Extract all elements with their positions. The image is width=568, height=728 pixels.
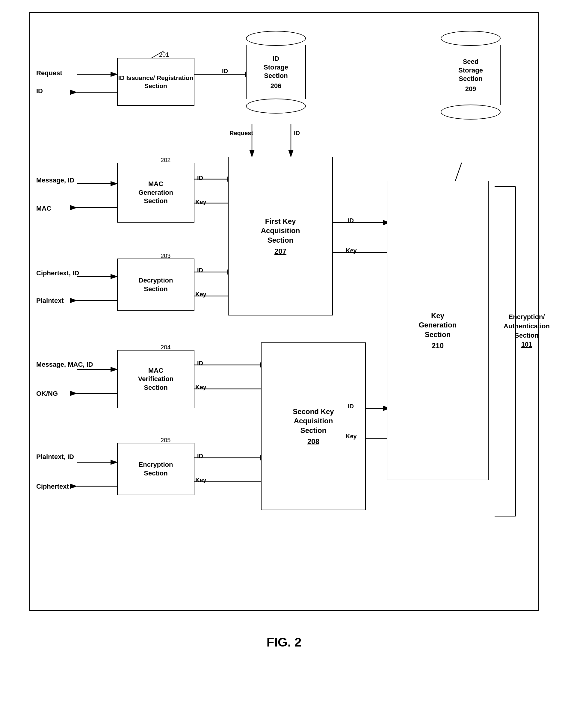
box-id-issuance-label: ID Issuance/ Registration Section	[118, 74, 194, 90]
ref-210: 210	[432, 342, 444, 350]
cylinder-id-storage-ref: 206	[271, 82, 282, 90]
ref-202: 202	[161, 157, 170, 164]
box-second-key: Second KeyAcquisitionSection 208	[261, 342, 366, 510]
label-plaintext-id: Plaintext, ID	[36, 453, 74, 461]
box-key-gen-label: KeyGenerationSection	[419, 311, 457, 339]
arrow-label-request-down: Request	[229, 130, 253, 137]
ref-101: 101	[521, 341, 532, 348]
box-first-key: First KeyAcquisitionSection 207	[228, 157, 333, 315]
ref-208: 208	[307, 437, 319, 446]
label-ok-ng: OK/NG	[36, 390, 58, 398]
arrow-label-id-down: ID	[294, 130, 300, 137]
arrow-label-id-mac-verif: ID	[197, 360, 203, 367]
cylinder-id-storage: IDStorageSection 206	[246, 31, 306, 114]
arrow-label-id-second-to-keygen: ID	[348, 403, 354, 410]
label-ciphertext-id: Ciphertext, ID	[36, 269, 79, 278]
box-id-issuance: ID Issuance/ Registration Section	[117, 58, 194, 106]
ref-201: 201	[159, 51, 169, 58]
cylinder-id-storage-label: IDStorageSection	[264, 55, 288, 80]
box-mac-verification: MACVerificationSection	[117, 350, 194, 408]
box-first-key-label: First KeyAcquisitionSection	[261, 217, 300, 245]
cylinder-seed-storage-ref: 209	[465, 85, 476, 93]
box-mac-generation: MACGenerationSection	[117, 163, 194, 223]
diagram-container: Request ID Message, ID MAC Ciphertext, I…	[29, 12, 539, 611]
box-decryption-label: DecryptionSection	[139, 276, 173, 293]
arrow-label-id-encrypt: ID	[197, 453, 203, 460]
arrow-label-key-mac-verif: Key	[195, 384, 206, 391]
label-request: Request	[36, 69, 62, 77]
ref-207: 207	[274, 247, 286, 256]
arrow-label-key-encrypt: Key	[195, 477, 206, 484]
fig-caption: FIG. 2	[267, 635, 302, 650]
label-id-out: ID	[36, 87, 43, 95]
cylinder-seed-storage-label: SeedStorageSection	[458, 58, 483, 83]
box-decryption: DecryptionSection	[117, 259, 194, 311]
label-mac: MAC	[36, 205, 51, 212]
ref-203: 203	[161, 253, 170, 259]
label-plaintext-out: Plaintext	[36, 297, 64, 305]
box-mac-verif-label: MACVerificationSection	[138, 366, 174, 392]
box-encryption: EncryptionSection	[117, 443, 194, 495]
arrow-label-key-keygen-to-second: Key	[346, 433, 357, 440]
cylinder-seed-storage: SeedStorageSection 209	[441, 31, 501, 120]
arrow-label-id-mac-gen: ID	[197, 175, 203, 182]
label-encryption-auth-section: Encryption/AuthenticationSection 101	[504, 312, 550, 349]
ref-205: 205	[161, 437, 170, 444]
box-mac-gen-label: MACGenerationSection	[138, 180, 173, 206]
box-second-key-label: Second KeyAcquisitionSection	[293, 407, 334, 435]
label-message-id: Message, ID	[36, 176, 74, 185]
label-message-mac-id: Message, MAC, ID	[36, 360, 93, 369]
arrow-label-id-first-to-keygen: ID	[348, 217, 354, 224]
arrow-label-id-decrypt: ID	[197, 267, 203, 274]
arrow-label-id-to-storage: ID	[222, 68, 228, 75]
box-encryption-label: EncryptionSection	[139, 460, 173, 478]
label-ciphertext-out: Ciphertext	[36, 483, 69, 490]
arrow-label-key-mac-gen: Key	[195, 199, 206, 206]
ref-204: 204	[161, 344, 170, 351]
arrow-label-key-decrypt: Key	[195, 291, 206, 298]
arrow-label-key-keygen-to-first: Key	[346, 247, 357, 254]
box-key-generation: KeyGenerationSection 210	[387, 181, 489, 480]
